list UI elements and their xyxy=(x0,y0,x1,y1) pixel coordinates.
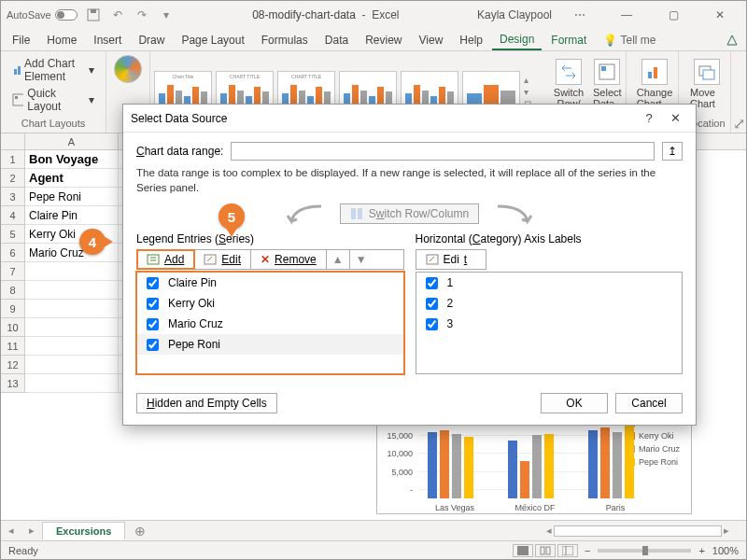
minimize-button[interactable]: — xyxy=(608,2,645,28)
category-checkbox[interactable] xyxy=(426,277,438,289)
styles-down-icon[interactable]: ▾ xyxy=(524,87,537,97)
row-header[interactable]: 10 xyxy=(1,318,25,337)
row-header[interactable]: 2 xyxy=(1,169,25,188)
cell[interactable] xyxy=(25,374,119,393)
cell[interactable] xyxy=(25,337,119,356)
cancel-button[interactable]: Cancel xyxy=(615,393,683,413)
legend-entries-label: Legend Entries (Series) xyxy=(136,232,404,245)
horizontal-scrollbar[interactable] xyxy=(554,525,722,537)
row-header[interactable]: 13 xyxy=(1,374,25,393)
tab-data[interactable]: Data xyxy=(317,31,356,49)
styles-up-icon[interactable]: ▴ xyxy=(524,75,537,85)
undo-icon[interactable]: ↶ xyxy=(109,7,126,23)
category-checkbox[interactable] xyxy=(426,318,438,330)
page-layout-view-button[interactable] xyxy=(535,544,556,557)
cell[interactable] xyxy=(25,356,119,374)
tab-insert[interactable]: Insert xyxy=(86,31,129,49)
tab-design[interactable]: Design xyxy=(492,30,542,50)
tab-view[interactable]: View xyxy=(412,31,451,49)
share-button[interactable] xyxy=(722,31,742,49)
row-header[interactable]: 1 xyxy=(1,150,25,169)
series-listbox[interactable]: Claire PinKerry OkiMario CruzPepe Roni xyxy=(136,272,404,374)
cell[interactable]: Agent xyxy=(25,169,119,188)
user-name[interactable]: Kayla Claypool xyxy=(477,8,552,21)
cell[interactable] xyxy=(25,318,119,337)
sheet-nav-next[interactable]: ▸ xyxy=(21,525,42,537)
cell[interactable] xyxy=(25,300,119,318)
row-header[interactable]: 6 xyxy=(1,244,25,262)
row-header[interactable]: 7 xyxy=(1,262,25,281)
category-item[interactable]: 2 xyxy=(416,293,683,314)
embedded-chart[interactable]: 20,00015,00010,0005,000- Las VegasMéxico… xyxy=(376,412,692,514)
row-header[interactable]: 8 xyxy=(1,281,25,300)
row-header[interactable]: 3 xyxy=(1,188,25,206)
tab-format[interactable]: Format xyxy=(543,31,594,49)
save-icon[interactable] xyxy=(85,7,102,23)
move-down-button[interactable]: ▼ xyxy=(350,250,373,269)
cell[interactable] xyxy=(25,262,119,281)
row-header[interactable]: 5 xyxy=(1,225,25,244)
chart-data-range-input[interactable] xyxy=(231,142,655,161)
category-listbox[interactable]: 123 xyxy=(416,272,684,374)
normal-view-button[interactable] xyxy=(513,544,533,557)
ok-button[interactable]: OK xyxy=(541,393,608,413)
col-header[interactable]: A xyxy=(25,133,119,149)
series-item[interactable]: Kerry Oki xyxy=(137,293,403,314)
tab-page-layout[interactable]: Page Layout xyxy=(174,31,251,49)
series-item[interactable]: Pepe Roni xyxy=(137,334,403,355)
hidden-empty-cells-button[interactable]: Hidden and Empty Cells xyxy=(136,393,277,413)
series-item[interactable]: Claire Pin xyxy=(137,273,403,293)
maximize-button[interactable]: ▢ xyxy=(655,2,692,28)
add-series-button[interactable]: Add xyxy=(137,250,194,269)
series-checkbox[interactable] xyxy=(147,318,159,330)
quick-layout-button[interactable]: Quick Layout ▾ xyxy=(8,85,98,115)
zoom-slider[interactable] xyxy=(598,549,691,553)
cell[interactable]: Bon Voyage xyxy=(25,150,119,169)
row-header[interactable]: 4 xyxy=(1,206,25,225)
tab-formulas[interactable]: Formulas xyxy=(254,31,316,49)
category-item[interactable]: 1 xyxy=(416,273,683,293)
tab-file[interactable]: File xyxy=(5,31,37,49)
category-item[interactable]: 3 xyxy=(416,314,683,334)
category-checkbox[interactable] xyxy=(426,298,438,310)
series-item[interactable]: Mario Cruz xyxy=(137,314,403,334)
select-all-corner[interactable] xyxy=(1,133,25,149)
tab-home[interactable]: Home xyxy=(39,31,84,49)
cell[interactable]: Claire Pin xyxy=(25,206,119,225)
series-checkbox[interactable] xyxy=(147,277,159,289)
series-checkbox[interactable] xyxy=(147,339,159,351)
cell[interactable]: Pepe Roni xyxy=(25,188,119,206)
tell-me[interactable]: 💡 Tell me xyxy=(596,31,663,49)
zoom-level[interactable]: 100% xyxy=(712,545,739,556)
ribbon-options-icon[interactable]: ⋯ xyxy=(561,2,599,28)
edit-series-button[interactable]: Edit xyxy=(194,250,251,269)
tab-draw[interactable]: Draw xyxy=(131,31,172,49)
page-break-view-button[interactable] xyxy=(557,544,578,557)
zoom-in-button[interactable]: + xyxy=(698,545,704,556)
sheet-tab-excursions[interactable]: Excursions xyxy=(42,522,125,539)
redo-icon[interactable]: ↷ xyxy=(134,7,150,23)
series-checkbox[interactable] xyxy=(147,298,159,310)
cell[interactable] xyxy=(25,281,119,300)
edit-axis-button[interactable]: Edit xyxy=(416,250,477,269)
dialog-close-button[interactable]: ✕ xyxy=(662,111,688,125)
zoom-out-button[interactable]: − xyxy=(585,545,590,556)
qat-customize-icon[interactable]: ▾ xyxy=(158,7,175,23)
add-chart-element-button[interactable]: Add Chart Element ▾ xyxy=(8,55,98,85)
autosave-toggle[interactable]: AutoSave xyxy=(7,9,78,21)
move-up-button[interactable]: ▲ xyxy=(327,250,350,269)
switch-row-column-dialog-button[interactable]: Switch Row/Column xyxy=(340,203,479,224)
remove-series-button[interactable]: ✕Remove xyxy=(251,250,327,269)
svg-rect-19 xyxy=(427,255,438,264)
change-colors-button[interactable] xyxy=(114,55,142,83)
tab-review[interactable]: Review xyxy=(358,31,409,49)
row-header[interactable]: 12 xyxy=(1,356,25,374)
sheet-nav-prev[interactable]: ◂ xyxy=(1,525,21,537)
row-header[interactable]: 11 xyxy=(1,337,25,356)
close-button[interactable]: ✕ xyxy=(701,2,739,28)
help-button[interactable]: ? xyxy=(636,111,662,125)
tab-help[interactable]: Help xyxy=(452,31,490,49)
row-header[interactable]: 9 xyxy=(1,300,25,318)
new-sheet-button[interactable]: ⊕ xyxy=(125,524,155,539)
collapse-range-button[interactable]: ↥ xyxy=(662,142,683,161)
